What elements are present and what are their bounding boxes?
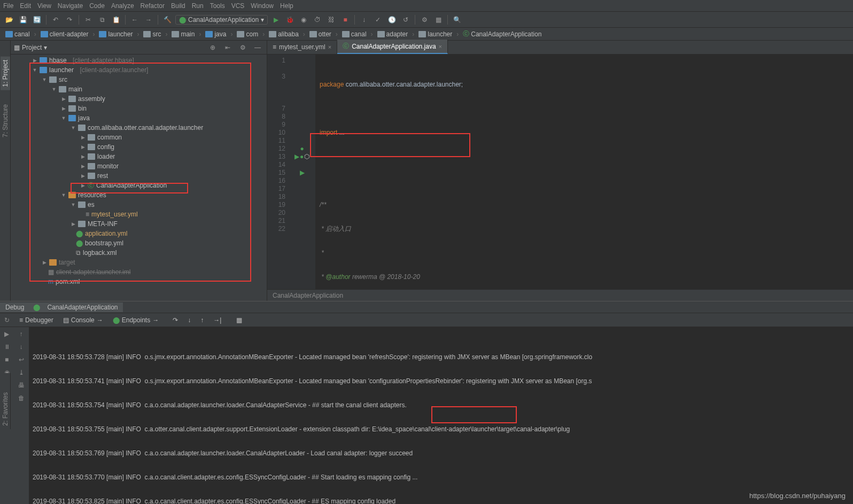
resume-icon[interactable]: ▶ [2,329,12,339]
tree-item-logback[interactable]: ⧉logback.xml [11,248,267,258]
down-icon[interactable]: ↓ [16,342,27,352]
gear-icon[interactable]: ⚙ [237,42,249,53]
tree-item-hbase[interactable]: ▶hbase [client-adapter.hbase] [11,56,267,65]
redo-icon[interactable]: ↷ [64,14,75,26]
crumb-src[interactable]: src [141,30,163,38]
crumb-launcher2[interactable]: launcher [416,30,454,38]
expand-icon[interactable]: ▼ [71,202,76,207]
tab-endpoints[interactable]: ⬤Endpoints→ [108,315,163,325]
menu-analyze[interactable]: Analyze [111,2,134,10]
tab-mytest[interactable]: ≡mytest_user.yml× [267,41,337,54]
tree-item-appyml[interactable]: ⬤application.yml [11,229,267,238]
menu-edit[interactable]: Edit [20,2,31,10]
pin-icon[interactable]: → [152,316,159,324]
menu-window[interactable]: Window [251,2,274,10]
expand-icon[interactable]: ▶ [80,173,86,179]
tree-item-resources[interactable]: ▼resources [11,190,267,200]
open-icon[interactable]: 📂 [3,14,15,26]
copy-icon[interactable]: ⧉ [96,14,108,26]
expand-icon[interactable]: ▼ [61,192,66,198]
collapse-icon[interactable]: ⇤ [222,42,234,53]
wrap-icon[interactable]: ↩ [16,355,27,365]
expand-icon[interactable]: ▼ [61,115,66,121]
tab-favorites[interactable]: 2: Favorites [1,389,10,429]
stop-icon[interactable]: ■ [2,355,12,365]
menu-build[interactable]: Build [171,2,185,10]
stop-icon[interactable]: ■ [339,14,351,26]
paste-icon[interactable]: 📋 [110,14,122,26]
expand-icon[interactable]: ▶ [80,164,86,169]
expand-icon[interactable]: ▶ [80,183,86,188]
tree-item-config[interactable]: ▶config [11,142,267,152]
search-icon[interactable]: 🔍 [451,14,463,26]
menu-run[interactable]: Run [192,2,204,10]
step-out-icon[interactable]: ↑ [196,315,208,325]
menu-tools[interactable]: Tools [210,2,225,10]
tree-item-assembly[interactable]: ▶assembly [11,94,267,104]
crumb-java[interactable]: java [203,30,228,38]
cut-icon[interactable]: ✂ [82,14,94,26]
history-icon[interactable]: 🕓 [386,14,398,26]
menu-view[interactable]: View [37,2,51,10]
crumb-otter[interactable]: otter [307,30,334,38]
menu-vcs[interactable]: VCS [231,2,245,10]
structure-icon[interactable]: ▦ [432,14,444,26]
tree-item-caa[interactable]: ▶ⓒCanalAdapterApplication [11,181,267,190]
tree-item-target[interactable]: ▶target [11,258,267,267]
expand-icon[interactable]: ▼ [71,125,76,130]
run-gutter-icon[interactable]: ▶ [294,153,299,161]
bean-gutter-icon[interactable]: ● [300,153,304,161]
tree-item-bin[interactable]: ▶bin [11,104,267,113]
crumb-main[interactable]: main [169,30,197,38]
attach-icon[interactable]: ⛓ [325,14,337,26]
debug-icon[interactable]: 🐞 [284,14,296,26]
menu-code[interactable]: Code [89,2,105,10]
tree-item-mytest[interactable]: ≡mytest_user.yml [11,210,267,219]
project-panel-title[interactable]: ▦ Project ▾ [14,44,204,51]
tree-item-boot[interactable]: ⬤bootstrap.yml [11,238,267,248]
step-into-icon[interactable]: ↓ [183,315,195,325]
nav-gutter-icon[interactable]: ⬡ [304,153,309,161]
run-gutter-icon[interactable]: ▶ [300,169,305,177]
tab-debugger[interactable]: ≡Debugger [15,315,58,325]
tab-caa[interactable]: ⓒCanalAdapterApplication.java× [337,40,448,54]
gear-icon[interactable]: ⚙ [418,14,430,26]
tree-item-monitor[interactable]: ▶monitor [11,161,267,171]
sync-icon[interactable]: 🔄 [31,14,43,26]
up-icon[interactable]: ↑ [16,329,27,339]
tab-console[interactable]: ▤Console→ [59,315,107,325]
tree-item-pom[interactable]: mpom.xml [11,277,267,286]
expand-icon[interactable]: ▶ [80,154,86,159]
expand-icon[interactable]: ▶ [42,260,47,265]
tree-item-package[interactable]: ▼com.alibaba.otter.canal.adapter.launche… [11,123,267,133]
save-icon[interactable]: 💾 [17,14,29,26]
code-body[interactable]: package com.alibaba.otter.canal.adapter.… [315,55,853,289]
tree-item-common[interactable]: ▶common [11,133,267,142]
tree-item-es[interactable]: ▼es [11,200,267,210]
console-output[interactable]: 2019-08-31 18:50:53.728 [main] INFO o.s.… [29,327,853,504]
vcs-update-icon[interactable]: ↓ [358,14,370,26]
back-icon[interactable]: ← [129,14,141,26]
expand-icon[interactable]: ▶ [80,144,86,150]
menu-refactor[interactable]: Refactor [141,2,165,10]
project-tree[interactable]: ▶hbase [client-adapter.hbase] ▼launcher … [11,55,267,301]
profile-icon[interactable]: ⏱ [312,14,323,26]
tree-item-loader[interactable]: ▶loader [11,152,267,161]
expand-icon[interactable]: ▼ [51,87,57,92]
expand-icon[interactable]: ▶ [32,58,37,63]
crumb-adapter[interactable]: adapter [375,30,410,38]
tree-item-main[interactable]: ▼main [11,84,267,94]
tree-item-meta[interactable]: ▶META-INF [11,219,267,229]
tree-item-iml[interactable]: ▦client-adapter.launcher.iml [11,267,267,277]
scroll-icon[interactable]: ⤓ [16,368,27,377]
run-to-cursor-icon[interactable]: →| [209,315,226,325]
coverage-icon[interactable]: ◉ [298,14,309,26]
forward-icon[interactable]: → [143,14,154,26]
evaluate-icon[interactable]: ▦ [232,315,246,325]
debug-header-title[interactable]: Debug ⬤ CanalAdapterApplication [0,303,123,312]
undo-icon[interactable]: ↶ [50,14,61,26]
tree-item-src[interactable]: ▼src [11,75,267,84]
clear-icon[interactable]: 🗑 [16,393,27,403]
build-icon[interactable]: 🔨 [161,14,173,26]
crumb-alibaba[interactable]: alibaba [267,30,301,38]
